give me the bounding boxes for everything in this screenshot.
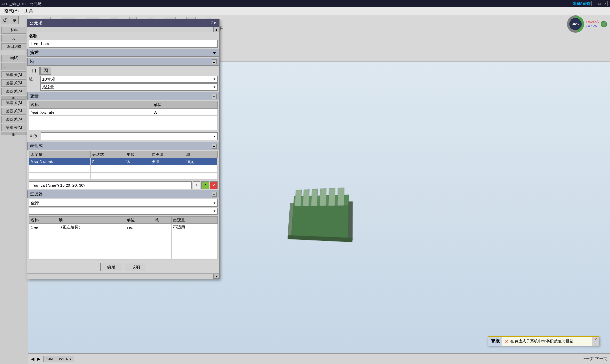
warning-close-icon: ✕ — [594, 337, 597, 341]
title-bar-right: SIEMENS — □ ✕ — [573, 1, 608, 6]
filter-row-1: time （正在编辑） sec 不适用 — [29, 224, 218, 231]
filter-col-field: 场 — [57, 217, 125, 224]
undo-button[interactable]: ↺ — [1, 16, 9, 24]
filter-row-empty-4 — [29, 252, 218, 260]
filter-btn7[interactable]: 滤器 关(M — [1, 124, 26, 131]
describe-section-header[interactable]: 描述 ▼ — [27, 49, 219, 57]
dialog-title: 公元场 — [30, 20, 42, 26]
expr-scroll-up[interactable]: ▲ — [212, 144, 217, 149]
de-label: 的 — [1, 96, 27, 99]
material-btn[interactable]: 材料 — [1, 27, 26, 34]
svg-rect-4 — [311, 189, 318, 206]
expr-row-1[interactable]: heat flow rate 0 W 变量 恒定 — [29, 158, 218, 165]
domain-tab-cause[interactable]: 因 — [40, 67, 51, 75]
filter-scroll-up[interactable]: ▲ — [212, 192, 217, 197]
svg-rect-2 — [295, 190, 302, 206]
expr-section-header[interactable]: 表达式 ▲ — [27, 142, 219, 150]
filter-col-domain: 域 — [153, 217, 171, 224]
filter-dropdown[interactable]: 全部 ▼ — [29, 199, 218, 207]
var-col-unit: 单位 — [152, 101, 203, 109]
dialog-close-icon[interactable]: ✕ — [213, 21, 217, 26]
filter-domain-1 — [153, 224, 171, 231]
domain-label: 域 — [30, 59, 34, 65]
filter-row-empty-3 — [29, 245, 218, 252]
filter-unit-1: sec — [125, 224, 153, 231]
domain-dropdown2[interactable]: 热流量 ▼ — [40, 83, 218, 91]
filter-indep-1: 不适用 — [171, 224, 209, 231]
expr-dep-1: heat flow rate — [29, 158, 91, 165]
filter-btn4[interactable]: 滤器 关(M — [1, 99, 26, 106]
filter-btn6[interactable]: 滤器 关(M — [1, 116, 26, 123]
name-input[interactable] — [29, 40, 218, 48]
variables-scroll-up[interactable]: ▲ — [212, 94, 217, 99]
expr-col-dep: 因变量 — [29, 151, 91, 158]
fwd-nav-icon[interactable]: ▶ — [37, 356, 40, 361]
expr-expr-1: 0 — [90, 158, 125, 165]
scroll-up-button[interactable]: ▲ — [213, 27, 219, 32]
close-button[interactable]: ✕ — [603, 1, 608, 6]
domain-tabs: 自 因 — [27, 66, 219, 76]
unit-label: 单位 — [29, 133, 40, 140]
warning-message: 在表达式子系统中对字段赋值时批错 — [510, 338, 574, 344]
filter-section-header[interactable]: 过滤器 ▲ — [27, 190, 219, 198]
domain-scroll-up[interactable]: ▲ — [212, 59, 217, 64]
prev-page-button[interactable]: 上一页 — [582, 356, 594, 361]
domain-tab-self[interactable]: 自 — [29, 67, 40, 75]
dialog: 公元场 ? ✕ ▲ 名称 描述 ▼ 域 ▲ 自 — [27, 19, 220, 279]
filter-btn2[interactable]: 滤器 关(M — [1, 79, 26, 87]
scroll-down-button[interactable]: ▼ — [213, 274, 219, 279]
filter-col-indep: 自变量 — [171, 217, 209, 224]
expr-indep-1: 变量 — [150, 158, 185, 165]
speed-up: ↑ 0.05K/s — [586, 19, 599, 24]
back-nav-icon[interactable]: ◀ — [31, 356, 34, 361]
domain-field-label: 域 — [29, 77, 39, 82]
svg-rect-3 — [303, 189, 309, 206]
left-panel: ↺ ⊕ 材料 步 返回到模 件(M) ... 滤器 关(M 滤器 关(M 滤器 … — [0, 15, 28, 364]
domain-dropdown1[interactable]: 1D常规 ▼ — [40, 76, 218, 83]
unit-row: 单位 ▼ — [27, 131, 219, 142]
expr-unit-1: W — [125, 158, 150, 165]
menu-format[interactable]: 格式(S) — [1, 7, 22, 15]
unit-select[interactable]: ▼ — [41, 132, 218, 140]
filter-btn1[interactable]: 滤器 关(M — [1, 71, 26, 78]
minimize-button[interactable]: — — [591, 1, 596, 6]
filter-btn3[interactable]: 滤器 关(M — [1, 88, 26, 95]
filter-section: ... — [1, 63, 26, 70]
var-row-empty-1 — [29, 116, 218, 123]
return-btn[interactable]: 返回到模 — [1, 43, 26, 50]
title-bar-left: asm_stp_sim.s 公元场 — [2, 1, 41, 6]
variables-section-header[interactable]: 变量 ▲ — [27, 92, 219, 100]
warning-title: 警报 — [491, 338, 500, 344]
part-btn[interactable]: 件(M) — [1, 55, 26, 62]
var-unit-1: W — [152, 109, 203, 116]
3d-object — [284, 180, 356, 248]
step-btn[interactable]: 步 — [1, 35, 26, 42]
expr-input[interactable] — [29, 181, 192, 189]
filter-btn5[interactable]: 滤器 关(M — [1, 108, 26, 115]
cursor-button[interactable]: ⊕ — [10, 16, 19, 24]
svg-rect-6 — [328, 188, 335, 206]
dialog-buttons: 确定 取消 — [27, 260, 219, 273]
filter-name-1: time — [29, 224, 57, 231]
filter-table: 名称 场 单位 域 自变量 time （正在编辑） sec 不适用 — [29, 216, 218, 260]
warning-content: ✕ 在表达式子系统中对字段赋值时批错 — [502, 337, 592, 346]
expr-ok-button[interactable]: ✓ — [201, 181, 209, 189]
cancel-button[interactable]: 取消 — [125, 263, 146, 271]
expr-add-button[interactable]: + — [193, 181, 200, 189]
ok-button[interactable]: 确定 — [100, 263, 122, 271]
expr-input-row: + ✓ ✕ — [27, 181, 219, 190]
variables-table: 名称 单位 heat flow rate W — [29, 101, 218, 130]
filter-field-1: （正在编辑） — [57, 224, 125, 231]
var-row-empty-2 — [29, 123, 218, 130]
dialog-help-icon[interactable]: ? — [211, 21, 213, 26]
domain-section-header[interactable]: 域 ▲ — [27, 58, 219, 66]
restore-button[interactable]: □ — [597, 1, 602, 6]
sim-tab[interactable]: SIM_1 WORK — [43, 356, 74, 362]
expr-cancel-button[interactable]: ✕ — [210, 181, 218, 189]
add-button[interactable]: + — [601, 21, 607, 27]
menu-tools[interactable]: 工具 — [22, 7, 36, 15]
warning-close-button[interactable]: ✕ — [592, 337, 599, 346]
next-page-button[interactable]: 下一页 — [595, 356, 607, 361]
name-label: 名称 — [29, 33, 218, 39]
filter-search[interactable]: ▼ — [29, 208, 218, 215]
